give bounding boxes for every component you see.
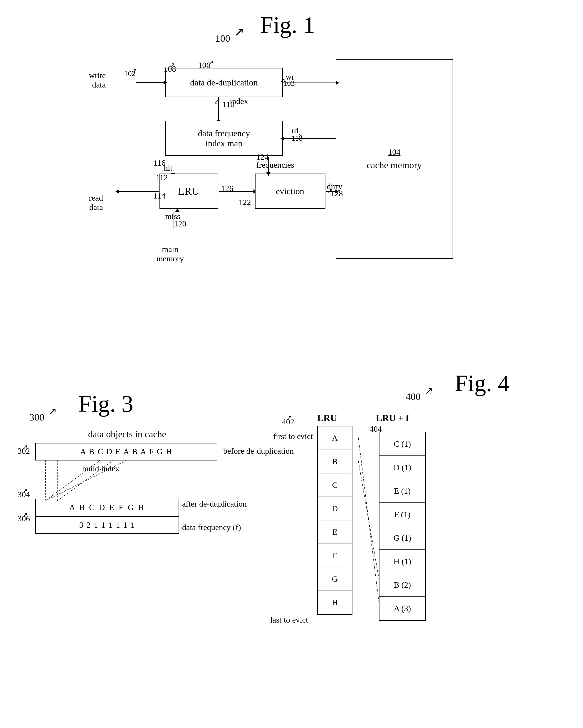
fig1-diagram: 104 cache memory 106 ↗ data de-duplicati… [86, 47, 497, 288]
fig4-title: Fig. 4 [455, 370, 510, 396]
freq-map-box: data frequency index map [166, 121, 283, 156]
lru-label: LRU [178, 185, 199, 197]
lru-to-read-arrow [118, 191, 159, 192]
fig4-ref-label: 400 [406, 391, 421, 402]
lru-f-cell-0: C (1) [379, 432, 425, 456]
fig3-section: 300 ↗ Fig. 3 [53, 391, 133, 417]
lru-f-cell-7: A (3) [379, 597, 425, 620]
fig3-title: Fig. 3 [78, 391, 133, 417]
lru-f-cell-1: D (1) [379, 456, 425, 479]
hit-arrow [173, 156, 173, 174]
data-objects-label: data objects in cache [88, 429, 166, 440]
fig34-diagram: 300 ↗ Fig. 3 400 ↗ Fig. 4 data objects i… [0, 367, 583, 720]
miss-line [174, 212, 174, 229]
lru-cell-0: A [318, 426, 352, 450]
index-label: index [230, 97, 248, 106]
first-to-evict-label: first to evict [273, 432, 313, 441]
lru-f-cell-2: E (1) [379, 479, 425, 503]
ref128-arrow-sym: ↗ [328, 187, 333, 195]
main-memory-label: main memory [156, 235, 184, 263]
lru-col-header: LRU [317, 413, 337, 423]
eviction-box: eviction [255, 174, 325, 209]
build-index-label: build index [82, 464, 120, 473]
after-dedup-label: after de-duplication [182, 499, 247, 509]
lru-f-column: C (1) D (1) E (1) F (1) G (1) H (1) B (2… [379, 432, 426, 621]
lru-f-cell-5: H (1) [379, 550, 425, 573]
fig1-arrow-symbol: ↗ [234, 25, 244, 38]
lru-f-col-header: LRU + f [376, 413, 409, 423]
dedup-to-freqmap-arrow [218, 97, 219, 121]
lru-box: LRU [159, 174, 218, 209]
lru-cell-3: D [318, 497, 352, 520]
ref106-arrow: ↗ [208, 58, 214, 67]
ref306-arrow: ↗ [22, 511, 28, 519]
cache-label: cache memory [367, 160, 422, 171]
fig1-area: 100 ↗ Fig. 1 104 cache memory 106 ↗ data… [0, 12, 583, 288]
lru-cell-7: H [318, 591, 352, 614]
lru-f-cell-4: G (1) [379, 526, 425, 550]
ref120-label: 120 [174, 219, 186, 229]
ref126-label: 126 [221, 184, 233, 193]
lru-cells-container: A B C D E F G H [317, 426, 352, 615]
ref402-arrow: ↗ [287, 414, 292, 422]
last-to-evict-label: last to evict [270, 615, 308, 625]
ref114-label: 114 [154, 191, 166, 201]
lru-cell-4: E [318, 520, 352, 544]
fig1-ref-label: 100 [215, 33, 230, 44]
write-to-dedup-arrow [136, 82, 164, 83]
cache-to-freqmap-arrow [283, 138, 336, 139]
lru-cell-1: B [318, 450, 352, 473]
lru-cell-2: C [318, 473, 352, 497]
freq-map-label: data frequency index map [198, 128, 250, 148]
cache-ref-label: 104 [367, 148, 422, 157]
eviction-to-cache-arrow [326, 191, 336, 192]
cache-memory-box: 104 cache memory [336, 59, 453, 259]
before-dedup-box: A B C D E A B A F G H [35, 443, 217, 461]
fig34-area: 300 ↗ Fig. 3 400 ↗ Fig. 4 data objects i… [0, 367, 583, 720]
fig3-ref-label: 300 [29, 412, 44, 423]
after-dedup-box: A B C D E F G H [35, 499, 179, 516]
write-data-label: write data [89, 71, 106, 89]
after-dedup-data: A B C D E F G H [69, 503, 145, 512]
lru-f-cell-3: F (1) [379, 503, 425, 526]
ref102-arrow: ↗ [132, 67, 137, 75]
freq-to-eviction-arrow [268, 157, 269, 173]
ref302-arrow: ↗ [22, 443, 28, 451]
dedup-label: data de-duplication [190, 78, 258, 87]
eviction-label: eviction [276, 186, 304, 196]
ref122-label: 122 [239, 198, 251, 207]
freq-box: 3 2 1 1 1 1 1 1 [35, 516, 179, 534]
ref304-arrow: ↗ [22, 487, 28, 495]
ref108-arrow-sym: ↗ [170, 61, 175, 69]
before-dedup-data: A B C D E A B A F G H [80, 447, 172, 457]
ref112-label: 112 [156, 173, 168, 182]
before-dedup-label: before de-duplication [223, 446, 294, 456]
frequencies-label: frequencies [256, 160, 294, 170]
lru-f-cell-6: B (2) [379, 573, 425, 597]
dedup-box: data de-duplication [166, 68, 283, 97]
fig4-section-title: 400 ↗ Fig. 4 [429, 370, 510, 397]
lru-f-cells-container: C (1) D (1) E (1) F (1) G (1) H (1) B (2… [379, 432, 426, 621]
lru-cell-5: F [318, 544, 352, 567]
lru-cell-6: G [318, 567, 352, 591]
lru-column: A B C D E F G H [317, 426, 352, 615]
read-data-label: read data [89, 184, 103, 212]
hit-label: hit [164, 163, 173, 173]
ref103-arrow-sym: ↗ [280, 77, 285, 84]
dedup-to-cache-arrow [283, 82, 336, 83]
svg-line-8 [358, 461, 379, 578]
freq-label: data frequency (f) [182, 523, 241, 532]
fig1-title: Fig. 1 [260, 12, 315, 38]
svg-line-7 [358, 438, 379, 602]
freq-data: 3 2 1 1 1 1 1 1 [79, 520, 135, 530]
